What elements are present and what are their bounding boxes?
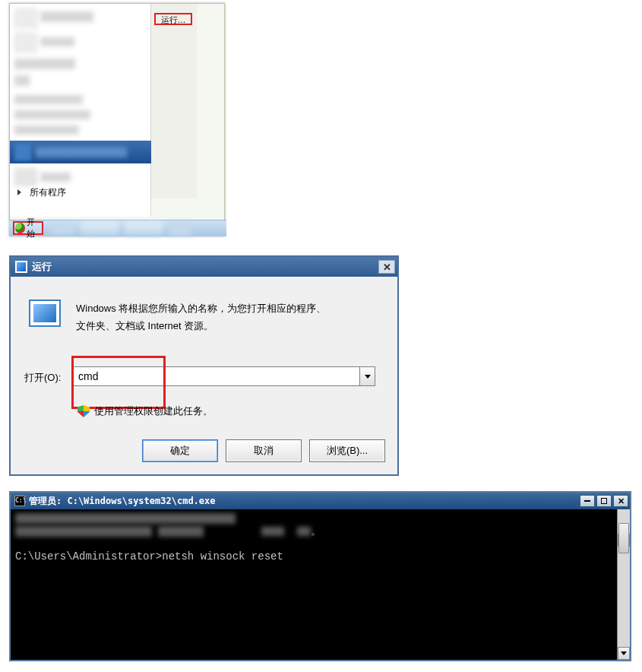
all-programs[interactable]: 所有程序 [13,185,148,199]
open-label: 打开(O): [24,371,61,385]
start-button[interactable]: 开始 [13,221,43,235]
start-menu-selected-item[interactable] [10,141,151,163]
run-dialog: 运行 ✕ Windows 将根据您所输入的名称，为您打开相应的程序、 文件夹、文… [9,255,399,476]
windows-orb-icon [15,223,25,233]
obscured-text [15,526,152,537]
run-menu-item[interactable]: 运行… [154,13,192,25]
obscured-text [297,527,311,536]
taskbar-item[interactable] [52,223,74,234]
obscured-text [15,513,236,524]
pinned-item-icon[interactable] [14,168,37,186]
taskbar-item[interactable] [169,222,191,236]
close-button[interactable]: ✕ [378,260,395,274]
start-menu-left-pane: 所有程序 [10,4,151,217]
open-dropdown-button[interactable] [360,366,375,386]
obscured-text [158,526,204,537]
cmd-command: netsh winsock reset [162,550,283,563]
recent-item[interactable] [14,95,83,104]
start-menu-right-pane: 运行… [151,4,197,198]
scrollbar[interactable] [617,509,630,660]
maximize-button[interactable] [596,495,612,507]
run-dialog-titlebar[interactable]: 运行 ✕ [11,257,397,277]
cmd-text: 。 [311,525,321,537]
pinned-item-icon[interactable] [14,8,37,28]
cmd-icon: C:\ [14,496,25,506]
pinned-item-icon[interactable] [14,33,37,52]
open-input[interactable] [73,366,360,386]
uac-shield-icon [77,405,90,417]
cancel-button[interactable]: 取消 [226,439,302,462]
open-combobox [73,366,375,388]
recent-item[interactable] [14,75,30,86]
chevron-down-icon [621,651,627,655]
close-button[interactable]: ✕ [613,495,628,507]
taskbar-item[interactable] [125,222,163,236]
recent-item[interactable] [14,59,75,69]
cmd-titlebar[interactable]: C:\ 管理员: C:\Windows\system32\cmd.exe ✕ [11,493,630,509]
pinned-item-label[interactable] [40,11,93,22]
cmd-prompt: C:\Users\Administrator> [15,550,162,563]
close-icon: ✕ [383,262,391,273]
recent-item[interactable] [14,125,79,135]
run-icon [15,261,27,273]
chevron-down-icon [365,375,371,379]
recent-item[interactable] [14,110,90,119]
scroll-down-button[interactable] [618,647,630,660]
taskbar: 开始 [9,220,226,236]
run-dialog-buttons: 确定 取消 浏览(B)... [142,439,385,462]
chevron-right-icon [17,189,21,195]
close-icon: ✕ [618,496,625,506]
run-dialog-title: 运行 [32,260,52,274]
cmd-title-text: 管理员: C:\Windows\system32\cmd.exe [29,495,216,508]
run-description: Windows 将根据您所输入的名称，为您打开相应的程序、 文件夹、文档或 In… [76,300,372,335]
run-large-icon [29,300,61,327]
scroll-thumb[interactable] [618,523,629,553]
pinned-item-label[interactable] [40,37,74,46]
cmd-window: C:\ 管理员: C:\Windows\system32\cmd.exe ✕ 。… [9,491,631,661]
run-description-line: 文件夹、文档或 Internet 资源。 [76,320,213,331]
all-programs-label: 所有程序 [30,186,66,199]
pinned-item-label[interactable] [40,173,71,182]
ok-button[interactable]: 确定 [142,439,218,462]
start-button-label: 开始 [27,217,42,239]
run-description-line: Windows 将根据您所输入的名称，为您打开相应的程序、 [76,303,326,314]
browse-button[interactable]: 浏览(B)... [309,439,385,462]
minimize-button[interactable] [580,495,595,507]
admin-note-text: 使用管理权限创建此任务。 [94,404,213,418]
obscured-text [261,527,284,536]
taskbar-item[interactable] [81,222,119,236]
minimize-icon [584,500,590,502]
admin-note: 使用管理权限创建此任务。 [77,404,213,418]
start-menu: 所有程序 运行… 注销 [9,3,225,236]
run-dialog-body: Windows 将根据您所输入的名称，为您打开相应的程序、 文件夹、文档或 In… [11,277,397,474]
cmd-output[interactable]: 。 C:\Users\Administrator>netsh winsock r… [11,509,630,660]
maximize-icon [601,498,607,504]
